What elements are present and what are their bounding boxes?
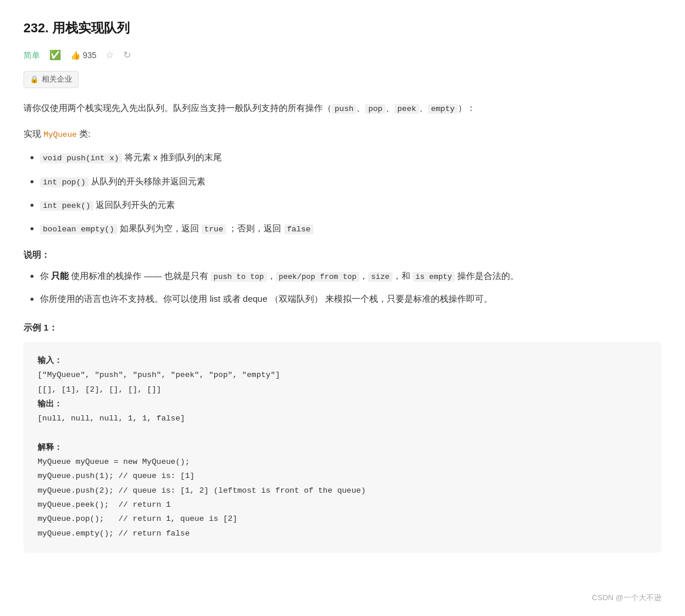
check-icon: ✅ [49, 48, 61, 63]
list-item: boolean empty() 如果队列为空，返回 true ；否则，返回 fa… [40, 220, 662, 237]
desc-text: 请你仅使用两个栈实现先入先出队列。队列应当支持一般队列支持的所有操作（ [23, 103, 332, 113]
myqueue-class: MyQueue [43, 130, 77, 139]
note-list: 你 只能 使用标准的栈操作 —— 也就是只有 push to top，peek/… [23, 268, 662, 307]
footer: CSDN @一个大不逊 [592, 592, 662, 604]
note1-prefix: 你 [40, 271, 51, 281]
implement-section: 实现 MyQueue 类: [23, 127, 662, 142]
desc-sep3: 、 [419, 103, 428, 113]
note1-code2: peek/pop from top [276, 272, 360, 282]
list-item: int peek() 返回队列开头的元素 [40, 197, 662, 213]
method-empty-desc1: 如果队列为空，返回 [117, 223, 201, 233]
refresh-icon[interactable]: ↻ [123, 48, 131, 63]
method-pop: int pop() [40, 177, 89, 187]
method-empty: boolean empty() [40, 224, 117, 234]
star-icon[interactable]: ☆ [106, 48, 114, 63]
desc-code-peek: peek [394, 104, 419, 114]
implement-end: 类: [77, 129, 90, 139]
desc-sep2: 、 [386, 103, 394, 113]
note1-bold: 只能 [51, 271, 69, 281]
explain-line6: myQueue.empty(); // return false [38, 529, 190, 538]
method-empty-false: false [284, 224, 314, 234]
explain-line3: myQueue.push(2); // queue is: [1, 2] (le… [38, 486, 366, 495]
note-item-1: 你 只能 使用标准的栈操作 —— 也就是只有 push to top，peek/… [40, 268, 662, 284]
note2-text: 你所使用的语言也许不支持栈。你可以使用 list 或者 deque （双端队列）… [40, 294, 492, 304]
note1-middle: 使用标准的栈操作 —— 也就是只有 [69, 271, 211, 281]
note1-suffix: 操作是合法的。 [455, 271, 519, 281]
explain-line2: myQueue.push(1); // queue is: [1] [38, 472, 194, 480]
note1-code3: size [368, 272, 392, 282]
explain-line5: myQueue.pop(); // return 1, queue is [2] [38, 514, 237, 523]
implement-text: 实现 [23, 129, 43, 139]
desc-end: ）： [458, 103, 475, 113]
note1-sep1: ， [267, 271, 276, 281]
method-empty-sep: ；否则，返回 [226, 223, 284, 233]
desc-code-pop: pop [365, 104, 385, 114]
desc-code-push: push [332, 104, 356, 114]
explain-label: 解释： [38, 443, 62, 452]
note1-code4: is empty [413, 272, 455, 282]
meta-row: 简单 ✅ 👍 935 ☆ ↻ [23, 48, 662, 63]
method-peek-desc: 返回队列开头的元素 [93, 200, 175, 210]
like-count: 👍 935 [70, 49, 96, 62]
explain-line1: MyQueue myQueue = new MyQueue(); [38, 457, 190, 466]
method-peek: int peek() [40, 201, 93, 211]
lock-icon: 🔒 [30, 74, 39, 85]
output-label: 输出： [38, 399, 62, 408]
company-badge[interactable]: 🔒 相关企业 [23, 71, 79, 88]
note1-sep3: ，和 [393, 271, 413, 281]
output-line: [null, null, null, 1, 1, false] [38, 414, 185, 423]
note-item-2: 你所使用的语言也许不支持栈。你可以使用 list 或者 deque （双端队列）… [40, 291, 662, 307]
example-section: 示例 1： 输入： ["MyQueue", "push", "push", "p… [23, 321, 662, 553]
desc-code-empty: empty [428, 104, 458, 114]
method-pop-desc: 从队列的开头移除并返回元素 [89, 176, 205, 186]
note-title: 说明： [23, 248, 662, 262]
thumb-icon: 👍 [70, 49, 80, 62]
note-section: 说明： 你 只能 使用标准的栈操作 —— 也就是只有 push to top，p… [23, 248, 662, 307]
input-label: 输入： [38, 356, 62, 365]
method-push: void push(int x) [40, 153, 122, 163]
code-block: 输入： ["MyQueue", "push", "push", "peek", … [23, 342, 662, 553]
method-empty-true: true [201, 224, 226, 234]
input-line1: ["MyQueue", "push", "push", "peek", "pop… [38, 371, 280, 379]
like-number: 935 [83, 49, 96, 62]
note1-code1: push to top [211, 272, 267, 282]
method-push-desc: 将元素 x 推到队列的末尾 [122, 152, 222, 162]
note1-sep2: ， [359, 271, 368, 281]
difficulty-tag: 简单 [23, 49, 40, 62]
example-title: 示例 1： [23, 321, 662, 335]
page-container: 232. 用栈实现队列 简单 ✅ 👍 935 ☆ ↻ 🔒 相关企业 请你仅使用两… [0, 0, 685, 616]
explain-line4: myQueue.peek(); // return 1 [38, 500, 171, 509]
method-list: void push(int x) 将元素 x 推到队列的末尾 int pop()… [23, 149, 662, 237]
desc-sep1: 、 [356, 103, 365, 113]
company-badge-label: 相关企业 [42, 73, 72, 86]
page-title: 232. 用栈实现队列 [23, 18, 662, 38]
description: 请你仅使用两个栈实现先入先出队列。队列应当支持一般队列支持的所有操作（push、… [23, 100, 662, 116]
list-item: int pop() 从队列的开头移除并返回元素 [40, 173, 662, 190]
input-line2: [[], [1], [2], [], [], []] [38, 385, 161, 394]
list-item: void push(int x) 将元素 x 推到队列的末尾 [40, 149, 662, 166]
